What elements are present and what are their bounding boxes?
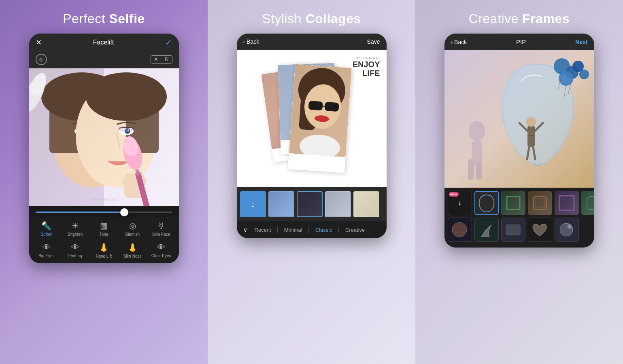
panel-selfie: Perfect Selfie ✕ Facelift ✓ ☺ A | B [0,0,208,364]
title-normal: Perfect [63,11,109,26]
tab-divider-3: | [338,226,340,233]
tool-brighten[interactable]: ☀ Brighten [63,221,87,237]
svg-point-70 [452,222,467,237]
tool-slim-face[interactable]: ☿ Slim Face [149,221,173,237]
save-button[interactable]: Save [367,38,380,45]
frames-next-button[interactable]: Next [575,39,587,45]
nose-lift-label: Nose Lift [96,254,112,258]
frame-bubble[interactable] [555,218,579,242]
photo-stack [267,58,356,179]
clear-eyes-label: Clear Eyes [151,254,171,258]
close-icon[interactable]: ✕ [36,38,42,47]
tab-creative[interactable]: Creative [341,227,369,233]
phone-subbar: ☺ A | B [29,51,179,68]
soften-label: Soften [40,232,52,237]
frames-illustration: webneel.com [444,50,594,188]
slider-fill [36,212,129,213]
svg-rect-65 [535,198,545,208]
frame-2[interactable] [501,191,525,215]
tab-minimal[interactable]: Minimal [280,227,306,233]
tool-soften[interactable]: 🔦 Soften [34,221,59,237]
frame-2-preview [505,195,521,211]
collage-tabs: ∨ Recent | Minimal | Classic | Creative [237,221,387,238]
frame-4-preview [559,195,575,211]
phone-mockup-collage: ‹ Back Save INSTAMAG ENJOYLIFE [237,34,387,238]
svg-rect-44 [468,159,474,180]
phone-topbar: ✕ Facelift ✓ [29,34,179,51]
face-illustration: webneel.com [29,68,179,206]
frame-5[interactable] [581,191,594,215]
frame-4[interactable] [555,191,579,215]
tab-recent[interactable]: Recent [251,227,275,233]
clear-eyes-icon: 👁 [157,243,165,252]
nose-lift-icon: 👃 [99,243,109,252]
frame-ball[interactable] [448,218,472,242]
new-badge: New [449,192,459,197]
collage-image-area: INSTAMAG ENJOYLIFE [237,50,387,187]
big-eyes-label: Big Eyes [38,254,54,258]
check-icon[interactable]: ✓ [165,38,172,47]
frame-glass[interactable] [501,218,525,242]
frame-heart-preview [531,221,549,239]
tool-blemish[interactable]: ◎ Blemish [120,221,145,237]
frames-topbar: ‹ Back PIP Next [444,34,594,50]
photo-card-3 [288,64,352,173]
svg-rect-46 [527,125,535,147]
tool-eyebag[interactable]: 👁 Eyebag [63,243,87,258]
tool-nose-lift[interactable]: 👃 Nose Lift [91,243,116,258]
thumb-1[interactable] [268,191,294,217]
tool-tone[interactable]: ▦ Tone [91,221,116,237]
phone-mockup-selfie: ✕ Facelift ✓ ☺ A | B [29,34,179,263]
frame-heart[interactable] [528,218,552,242]
frames-title-bold: Frames [522,11,570,26]
svg-rect-36 [308,101,323,110]
tool-big-eyes[interactable]: 👁 Big Eyes [34,243,59,258]
title-bold: Selfie [109,11,145,26]
eyebag-icon: 👁 [71,243,79,252]
thumb-2-selected[interactable] [297,191,323,217]
svg-point-58 [579,70,589,79]
slim-nose-icon: 👃 [128,243,138,252]
svg-point-21 [118,126,134,132]
thumb-3[interactable] [325,191,351,217]
slider-thumb[interactable] [120,208,128,216]
frame-1-preview [478,193,495,213]
svg-point-74 [568,224,572,229]
thumb-4[interactable] [353,191,379,217]
ab-badge[interactable]: A | B [151,55,172,63]
frames-title-normal: Creative [469,11,523,26]
frame-3[interactable] [528,191,552,215]
tool-clear-eyes[interactable]: 👁 Clear Eyes [149,243,173,258]
collage-title-normal: Stylish [262,11,305,26]
frame-download-icon[interactable]: New ↓ [448,191,472,215]
frames-icons-bar: New ↓ [444,188,594,248]
slim-face-icon: ☿ [159,221,164,231]
tool-slim-nose[interactable]: 👃 Slim Nose [120,243,145,258]
tab-classic[interactable]: Classic [311,227,336,233]
svg-rect-69 [587,197,594,210]
frame-bubble-preview [557,221,576,239]
adjustment-slider-track[interactable] [36,212,172,213]
face-icon[interactable]: ☺ [36,54,47,65]
frame-3-preview [532,195,548,211]
tabs-collapse-icon[interactable]: ∨ [243,226,247,233]
panel-collage-title: Stylish Collages [262,11,361,26]
phone-mockup-frames: ‹ Back PIP Next [444,34,594,248]
panel-frames-title: Creative Frames [469,11,570,26]
collage-brand: INSTAMAG ENJOYLIFE [353,56,380,78]
photo-card-white-3 [288,155,345,173]
back-button[interactable]: ‹ Back [243,38,259,45]
thumb-download[interactable]: ↓ [240,191,266,217]
frame-ball-preview [451,221,469,239]
frame-hand[interactable] [474,218,499,242]
selfie-image-area: webneel.com [29,68,179,206]
frame-1[interactable] [474,191,499,215]
tools-row-1: 🔦 Soften ☀ Brighten ▦ Tone ◎ Blemish ☿ S… [29,217,179,240]
collage-topbar: ‹ Back Save [237,34,387,50]
frames-back-button[interactable]: ‹ Back [451,39,467,45]
svg-rect-72 [506,225,520,235]
brighten-label: Brighten [68,232,83,237]
svg-rect-45 [476,161,482,180]
frame-hand-preview [477,221,495,239]
slim-face-label: Slim Face [152,232,170,237]
